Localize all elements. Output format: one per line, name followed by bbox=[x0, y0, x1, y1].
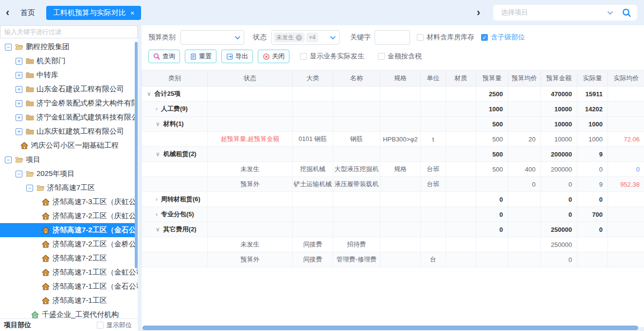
collapse-icon[interactable]: − bbox=[26, 185, 33, 192]
horizontal-scrollbar[interactable] bbox=[143, 326, 638, 330]
tree-item[interactable]: −济邹高速7工区 bbox=[0, 181, 138, 195]
expand-icon[interactable]: + bbox=[16, 114, 22, 121]
expand-icon[interactable]: + bbox=[16, 100, 22, 107]
column-header[interactable]: 类别 bbox=[142, 70, 208, 87]
budget-category-select[interactable] bbox=[180, 30, 244, 45]
expand-icon[interactable]: + bbox=[16, 58, 22, 65]
table-row[interactable]: 超预算量,超预算金额0101 钢筋钢筋HPB300>φ2t50020100001… bbox=[142, 132, 644, 147]
table-group-row[interactable]: ›人工费(9)10001000014202 bbox=[142, 102, 644, 117]
tab-close-icon[interactable]: × bbox=[130, 9, 134, 17]
chevron-right-icon[interactable]: › bbox=[156, 211, 158, 218]
column-header[interactable]: 材质 bbox=[446, 70, 476, 87]
tree-item[interactable]: −项目 bbox=[0, 153, 138, 167]
tab-home[interactable]: 首页 bbox=[20, 8, 35, 17]
tree-item[interactable]: +济宁金桥装配式桥梁大构件有限公司 bbox=[0, 96, 138, 110]
tab-active[interactable]: 工料机预算与实际对比 × bbox=[46, 6, 141, 20]
tree-item[interactable]: +山东庆虹建筑工程有限公司 bbox=[0, 124, 138, 139]
reset-button[interactable]: 重置 bbox=[185, 50, 216, 63]
tree-item[interactable]: +中转库 bbox=[0, 68, 138, 82]
category-cell[interactable]: ∨机械租赁(2) bbox=[142, 147, 208, 162]
tree-item[interactable]: 济邹高速7-1工区 bbox=[0, 294, 138, 308]
show-actual-checkbox[interactable]: 显示业务实际发生 bbox=[300, 52, 364, 61]
checkbox-checked-icon[interactable]: ✓ bbox=[481, 34, 488, 41]
table-group-row[interactable]: ∨材料(1)500100001000 bbox=[142, 117, 644, 132]
expand-icon[interactable]: + bbox=[16, 128, 22, 135]
table-row[interactable]: 未发生挖掘机械大型液压挖掘机规格台班50040020000000 bbox=[142, 162, 644, 177]
status-tag[interactable]: +4 bbox=[306, 33, 318, 42]
column-header[interactable]: 预算金额 bbox=[541, 70, 577, 87]
category-cell[interactable]: ›专业分包(5) bbox=[142, 207, 208, 222]
export-button[interactable]: 导出 bbox=[221, 50, 253, 63]
tree-item[interactable]: 济邹高速7-1工区（金虹公司） bbox=[0, 265, 138, 279]
forward-icon[interactable]: › bbox=[477, 6, 480, 19]
search-icon[interactable] bbox=[622, 8, 631, 17]
table-cell: 470000 bbox=[541, 87, 577, 102]
column-header[interactable]: 实际量 bbox=[577, 70, 608, 87]
expand-icon[interactable]: + bbox=[16, 86, 22, 93]
category-cell[interactable]: ∨合计25项 bbox=[142, 87, 208, 102]
close-button[interactable]: 关闭 bbox=[258, 50, 289, 63]
status-select[interactable]: 未发生×+4 bbox=[271, 30, 340, 45]
tree-item[interactable]: 济邹高速7-2工区 bbox=[0, 251, 138, 265]
tree-filter-input[interactable] bbox=[0, 25, 138, 38]
chevron-down-icon[interactable] bbox=[608, 9, 613, 15]
chevron-down-icon[interactable]: ∨ bbox=[156, 151, 160, 157]
category-cell[interactable]: ›人工费(9) bbox=[142, 102, 208, 117]
query-button[interactable]: 查询 bbox=[148, 50, 180, 63]
column-header[interactable]: 预算均价 bbox=[508, 70, 541, 87]
checkbox-icon[interactable] bbox=[97, 322, 104, 329]
table-group-row[interactable]: ∨合计25项250047000015911 bbox=[142, 87, 644, 102]
chevron-right-icon[interactable]: › bbox=[156, 196, 158, 203]
tree-item[interactable]: 济邹高速7-3工区（庆虹公司） bbox=[0, 195, 138, 209]
chevron-down-icon[interactable]: ∨ bbox=[156, 226, 160, 233]
collapse-icon[interactable]: − bbox=[16, 171, 22, 177]
tag-close-icon[interactable]: × bbox=[296, 35, 302, 41]
category-cell[interactable]: ∨其它费用(2) bbox=[142, 222, 208, 237]
tree-item[interactable]: 鸿庆公司小区一期基础工程 bbox=[0, 139, 138, 153]
tree-item[interactable]: 济邹高速7-2工区（金桥公司） bbox=[0, 237, 138, 251]
chevron-right-icon[interactable]: › bbox=[156, 105, 158, 112]
status-tag[interactable]: 未发生× bbox=[274, 33, 304, 42]
tree-item[interactable]: 济邹高速7-1工区（金石公司） bbox=[0, 279, 138, 294]
category-cell[interactable]: ∨材料(1) bbox=[142, 117, 208, 132]
tree-item[interactable]: +济宁金虹装配式建筑科技有限公司 bbox=[0, 110, 138, 124]
category-cell[interactable]: ›周转材租赁(6) bbox=[142, 192, 208, 207]
checkbox-icon[interactable] bbox=[417, 34, 424, 41]
table-group-row[interactable]: ∨其它费用(2)02500000 bbox=[142, 222, 644, 237]
checkbox-icon[interactable] bbox=[300, 53, 307, 60]
tree-item[interactable]: −鹏程控股集团 bbox=[0, 40, 138, 54]
include-sub-checkbox[interactable]: ✓ 含子级部位 bbox=[481, 33, 525, 42]
table-row[interactable]: 预算外铲土运输机械液压履带装载机台班009952.38 bbox=[142, 177, 644, 192]
table-group-row[interactable]: ∨机械租赁(2)5002000009 bbox=[142, 147, 644, 162]
back-icon[interactable]: ‹ bbox=[6, 6, 9, 19]
project-select[interactable]: 选择项目 bbox=[493, 5, 637, 20]
chevron-down-icon[interactable]: ∨ bbox=[156, 121, 160, 127]
tree-item[interactable]: 济邹高速7-2工区（庆虹公司） bbox=[0, 209, 138, 223]
material-stock-checkbox[interactable]: 材料含库房库存 bbox=[417, 33, 474, 42]
tree-item[interactable]: +山东金石建设工程有限公司 bbox=[0, 82, 138, 96]
column-header[interactable]: 名称 bbox=[333, 70, 380, 87]
column-header[interactable]: 大类 bbox=[293, 70, 333, 87]
table-group-row[interactable]: ›周转材租赁(6)000 bbox=[142, 192, 644, 207]
collapse-icon[interactable]: − bbox=[5, 157, 12, 163]
tree-item[interactable]: 千盛企业_工资代付机构 bbox=[0, 308, 138, 318]
column-header[interactable]: 状态 bbox=[208, 70, 293, 87]
column-header[interactable]: 单位 bbox=[421, 70, 446, 87]
show-part-checkbox[interactable]: 显示部位 bbox=[97, 321, 132, 330]
tree-item[interactable]: +机关部门 bbox=[0, 54, 138, 68]
column-header[interactable]: 预算量 bbox=[476, 70, 508, 87]
tree-item[interactable]: 济邹高速7-2工区（金石公司） bbox=[0, 223, 138, 237]
table-group-row[interactable]: ›专业分包(5)00700 bbox=[142, 207, 644, 222]
checkbox-icon[interactable] bbox=[378, 53, 385, 60]
table-row[interactable]: 预算外间接费管理费-修理费台0 bbox=[142, 252, 644, 267]
column-header[interactable]: 实际均价 bbox=[608, 70, 644, 87]
column-header[interactable]: 规格 bbox=[380, 70, 421, 87]
amount-tax-checkbox[interactable]: 金额按含税 bbox=[378, 52, 422, 61]
collapse-icon[interactable]: − bbox=[5, 44, 12, 51]
keyword-input[interactable] bbox=[375, 30, 410, 45]
tree-item[interactable]: −2025年项目 bbox=[0, 167, 138, 181]
table-row[interactable]: 未发生间接费招待费250000 bbox=[142, 237, 644, 252]
expand-icon[interactable]: + bbox=[16, 72, 22, 79]
sidebar-scrollbar[interactable] bbox=[135, 42, 138, 268]
chevron-down-icon[interactable]: ∨ bbox=[147, 90, 151, 97]
